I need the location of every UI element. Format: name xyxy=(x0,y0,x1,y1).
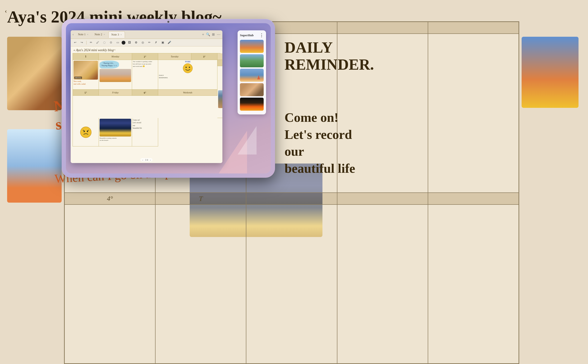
layout-tab-btn[interactable]: ⊞ xyxy=(212,32,215,37)
search-tab-btn[interactable]: 🔍 xyxy=(206,32,210,37)
bg-header-thu: T xyxy=(155,193,246,205)
bg-cell-7 xyxy=(155,205,246,364)
page-number: 1/4 xyxy=(145,159,148,161)
cal-cell-monday: Monday xyxy=(99,53,132,60)
cal-wednesday-cell: The weather is getting colderbut still h… xyxy=(132,60,158,90)
bg-cell-8 xyxy=(246,205,337,364)
tool-mic[interactable]: 🎤 xyxy=(167,40,172,45)
tool-undo[interactable]: ↩ xyxy=(72,40,78,45)
tablet-device: ‹ Note 1 × Note 2 × Note 3 × xyxy=(62,19,275,178)
cal-city-img xyxy=(218,90,222,108)
tablet-decoration-triangle xyxy=(238,126,256,155)
superhub-img-campfire xyxy=(240,98,264,111)
tab-note3[interactable]: Note 3 × xyxy=(108,31,125,38)
right-sunset-img xyxy=(522,37,579,108)
svg-point-6 xyxy=(84,131,85,132)
cal-weekends-text-cell: Come on!Let's recordourbeautiful life xyxy=(132,118,158,146)
tab-note1[interactable]: Note 1 × xyxy=(75,31,91,38)
superhub-img-field xyxy=(240,54,264,67)
sailboat-shape xyxy=(257,75,260,79)
svg-point-7 xyxy=(87,131,88,132)
note-toolbar: ↩ ↪ ✏ 🖊 ◌ ⊙ ▭ 🖼 ✿ ◎ ✏ ✗ ▣ 🎤 xyxy=(71,39,222,46)
superhub-food-thumb xyxy=(240,83,264,96)
cal-thursday-cell xyxy=(217,90,222,118)
cal-monday-cell: Morning New week,start with a salad. xyxy=(73,60,99,90)
cal-fashion-img xyxy=(100,69,131,82)
cal-food-img: Morning xyxy=(73,61,98,80)
superhub-img-food xyxy=(240,83,264,96)
tab-actions: + 🔍 ⊞ ⋯ xyxy=(202,32,221,37)
superhub-sunset-thumb xyxy=(240,40,264,53)
tablet-outer-frame: ‹ Note 1 × Note 2 × Note 3 × xyxy=(62,19,275,178)
page-indicator: ‹ 1/4 › xyxy=(140,158,152,162)
cal-cell-day6-num: 6° xyxy=(132,90,158,96)
superhub-field-thumb xyxy=(240,54,264,67)
tool-pencil[interactable]: ✏ xyxy=(147,40,152,45)
tool-lasso[interactable]: ⊙ xyxy=(108,40,114,45)
cal-weekends-top-cell: WORK DAILYREMINDER. xyxy=(158,60,217,90)
superhub-menu-btn[interactable]: ⋮ xyxy=(259,33,264,38)
superhub-sailboat-thumb xyxy=(240,69,264,82)
tablet-screen: ‹ Note 1 × Note 2 × Note 3 × xyxy=(66,23,271,174)
bg-header-4: 4° xyxy=(65,193,155,205)
work-label: WORK xyxy=(159,61,216,63)
bg-header-5 xyxy=(337,193,428,205)
cal-cell-weekends: Weekends xyxy=(158,90,217,96)
tool-pen2[interactable]: 🖊 xyxy=(95,40,100,45)
smiley-face-svg xyxy=(183,63,193,73)
tool-image[interactable]: 🖼 xyxy=(127,40,132,45)
angry-face-svg xyxy=(80,126,92,138)
note-tabs-bar: ‹ Note 1 × Note 2 × Note 3 × xyxy=(71,30,222,39)
cal-cell-day1-num: 1 xyxy=(73,53,99,60)
tablet-camera xyxy=(167,21,169,23)
more-tab-btn[interactable]: ⋯ xyxy=(217,32,221,37)
bg-header-6 xyxy=(428,193,519,205)
tool-sticker[interactable]: ✿ xyxy=(133,40,139,45)
tool-highlight[interactable]: ▣ xyxy=(160,40,165,45)
svg-point-1 xyxy=(185,67,187,68)
cal-cell-tuesday: Tuesday xyxy=(158,53,191,60)
tab-note2-close[interactable]: × xyxy=(104,33,105,36)
tool-shape[interactable]: ▭ xyxy=(115,40,120,45)
cal-title: « Aya's 2024 mini weekly blog~ xyxy=(71,46,222,53)
tool-pen1[interactable]: ✏ xyxy=(88,40,94,45)
superhub-header: SuperHub ⋮ xyxy=(240,33,264,38)
tab-note3-close[interactable]: × xyxy=(120,33,122,36)
svg-point-0 xyxy=(183,64,193,73)
bg-header-tue xyxy=(337,22,428,34)
svg-point-3 xyxy=(80,127,91,138)
tool-color-black[interactable] xyxy=(122,41,125,45)
superhub-img-sunset xyxy=(240,40,264,53)
bg-header-wed xyxy=(428,22,519,34)
tool-eraser[interactable]: ◌ xyxy=(102,40,107,45)
calendar-grid: 1 Monday 2° Tuesday 3° Wednesday Morning xyxy=(72,53,221,146)
add-tab-btn[interactable]: + xyxy=(202,32,204,37)
tab-note1-close[interactable]: × xyxy=(87,33,88,36)
tool-redo[interactable]: ↪ xyxy=(79,40,85,45)
weekends-sunset-text: Beautiful evening sunsetson the beach~ xyxy=(100,137,131,142)
cal-night-city-img xyxy=(100,119,131,136)
cal-monday-text: New week,start with a salad. xyxy=(73,80,98,85)
tool-cross[interactable]: ✗ xyxy=(153,40,159,45)
daily-reminder-text: DAILYREMINDER. xyxy=(159,74,216,79)
cal-cell-wednesday: Wednesday xyxy=(217,53,222,60)
work-smiley-container: WORK xyxy=(159,61,216,74)
bg-cell-6 xyxy=(65,205,155,364)
superhub-img-sailboat xyxy=(240,69,264,82)
tab-note2-label: Note 2 xyxy=(95,33,102,36)
bg-cell-10 xyxy=(428,205,519,364)
tab-note2[interactable]: Note 2 × xyxy=(92,31,108,38)
prev-page-btn[interactable]: ‹ xyxy=(142,159,143,161)
note-application[interactable]: ‹ Note 1 × Note 2 × Note 3 × xyxy=(71,30,222,163)
tool-search[interactable]: ◎ xyxy=(140,40,145,45)
cal-cell-day2-num: 2° xyxy=(132,53,158,60)
svg-point-2 xyxy=(189,67,190,68)
superhub-title: SuperHub xyxy=(240,33,254,37)
note-back-btn[interactable]: ‹ xyxy=(72,33,74,37)
bg-nav-back[interactable]: ‹ xyxy=(5,7,7,15)
bg-daily-reminder: DAILYREMINDER. xyxy=(285,39,374,73)
cal-weekends-img-cell: Beautiful evening sunsetson the beach~ xyxy=(99,118,132,146)
weekly-calendar: « Aya's 2024 mini weekly blog~ 1 Monday … xyxy=(71,46,222,163)
next-page-btn[interactable]: › xyxy=(150,159,150,161)
bg-cell-5 xyxy=(428,34,519,193)
